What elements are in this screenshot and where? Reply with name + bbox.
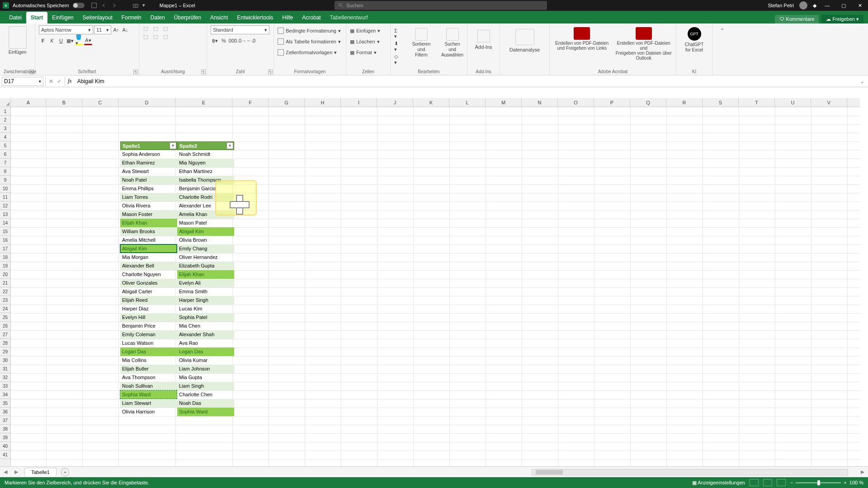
table-cell[interactable]: Lucas Watson — [120, 339, 177, 347]
table-cell[interactable]: Emily Coleman — [120, 330, 177, 339]
table-cell[interactable]: Elijah Khan — [120, 219, 177, 227]
row-header-13[interactable]: 13 — [0, 210, 10, 219]
table-cell[interactable]: Ava Stewart — [120, 167, 177, 176]
align-right-icon[interactable]: ⬚ — [163, 33, 172, 41]
diamond-icon[interactable]: ◆ — [813, 3, 816, 9]
table-row[interactable]: Noah PatelIsabella Thompson — [120, 176, 234, 184]
table-cell[interactable]: Noah Schmidt — [177, 150, 234, 159]
table-cell[interactable]: Liam Torres — [120, 193, 177, 202]
format-cells-button[interactable]: ▦ Format ▾ — [350, 47, 387, 58]
decrease-font-icon[interactable]: A↓ — [121, 25, 129, 34]
worksheet-grid[interactable]: ABCDEFGHIJKLMNOPQRSTUV 12345678910111213… — [0, 98, 868, 466]
table-cell[interactable]: Logan Das — [177, 347, 234, 356]
table-row[interactable]: Benjamin PriceMia Chen — [120, 322, 234, 330]
tab-tabledesign[interactable]: Tabellenentwurf — [326, 12, 373, 23]
table-row[interactable]: Emma PhillipsBenjamin Garcia — [120, 184, 234, 193]
create-pdf-link-button[interactable]: Erstellen von PDF-Dateien und Freigeben … — [553, 27, 611, 61]
scroll-right-icon[interactable]: ▶ — [857, 469, 868, 475]
col-header-O[interactable]: O — [558, 98, 594, 107]
table-row[interactable]: Noah SullivanLiam Singh — [120, 382, 234, 390]
row-header-16[interactable]: 16 — [0, 236, 10, 244]
camera-icon[interactable] — [132, 2, 139, 9]
table-row[interactable]: Ava ThompsonMia Gupta — [120, 373, 234, 382]
col-header-S[interactable]: S — [703, 98, 739, 107]
table-header-1[interactable]: Spalte1▼ — [120, 141, 177, 150]
display-settings-button[interactable]: ▦ Anzeigeeinstellungen — [692, 480, 745, 486]
chatgpt-button[interactable]: GPT ChatGPT for Excel — [680, 27, 708, 52]
fx-icon[interactable]: fx — [68, 78, 72, 84]
table-row[interactable]: William BrooksAbigail Kim — [120, 227, 234, 236]
enter-formula-icon[interactable]: ✓ — [56, 78, 63, 84]
close-button[interactable]: ✕ — [854, 3, 865, 9]
row-header-25[interactable]: 25 — [0, 313, 10, 322]
clear-button[interactable]: ◇ ▾ — [394, 54, 401, 66]
row-header-21[interactable]: 21 — [0, 279, 10, 287]
table-cell[interactable]: Ethan Martinez — [177, 167, 234, 176]
table-cell[interactable]: Olivia Kumar — [177, 356, 234, 365]
expand-formula-icon[interactable]: ⌄ — [856, 78, 868, 84]
row-header-18[interactable]: 18 — [0, 253, 10, 262]
tab-formulas[interactable]: Formeln — [117, 12, 146, 23]
table-cell[interactable]: Sophia Patel — [177, 313, 234, 322]
table-cell[interactable]: Oliver Gonzales — [120, 279, 177, 287]
table-cell[interactable]: Noah Sullivan — [120, 382, 177, 390]
tab-insert[interactable]: Einfügen — [47, 12, 78, 23]
row-header-8[interactable]: 8 — [0, 167, 10, 176]
row-header-9[interactable]: 9 — [0, 176, 10, 184]
cell-styles-button[interactable]: Zellenformatvorlagen ▾ — [278, 47, 342, 58]
row-header-7[interactable]: 7 — [0, 159, 10, 167]
table-row[interactable]: Ethan RamirezMia Nguyen — [120, 159, 234, 167]
search-box[interactable]: Suchen — [335, 1, 547, 10]
table-row[interactable]: Mason FosterAmelia Khan — [120, 210, 234, 219]
col-header-B[interactable]: B — [46, 98, 82, 107]
row-header-23[interactable]: 23 — [0, 296, 10, 305]
table-cell[interactable]: Mason Patel — [177, 219, 234, 227]
table-cell[interactable]: Elijah Reed — [120, 296, 177, 305]
autosave-toggle[interactable] — [73, 3, 85, 8]
row-header-27[interactable]: 27 — [0, 330, 10, 339]
table-cell[interactable]: Alexander Bell — [120, 262, 177, 270]
row-header-5[interactable]: 5 — [0, 141, 10, 150]
italic-button[interactable]: K — [48, 36, 56, 45]
select-all-corner[interactable] — [0, 98, 11, 107]
increase-font-icon[interactable]: A↑ — [112, 25, 120, 34]
tab-help[interactable]: Hilfe — [278, 12, 297, 23]
sheet-nav-next-icon[interactable]: ▶ — [11, 469, 22, 475]
row-header-33[interactable]: 33 — [0, 382, 10, 390]
conditional-format-button[interactable]: Bedingte Formatierung ▾ — [278, 25, 342, 36]
row-header-31[interactable]: 31 — [0, 365, 10, 373]
row-header-29[interactable]: 29 — [0, 347, 10, 356]
row-header-15[interactable]: 15 — [0, 227, 10, 236]
bold-button[interactable]: F — [39, 36, 47, 45]
table-cell[interactable]: Mia Gupta — [177, 373, 234, 382]
table-row[interactable]: Abigail CarterEmma Smith — [120, 287, 234, 296]
table-cell[interactable]: Harper Diaz — [120, 305, 177, 313]
row-header-12[interactable]: 12 — [0, 202, 10, 210]
table-row[interactable]: Elijah ButlerLiam Johnson — [120, 365, 234, 373]
table-row[interactable]: Liam StewartNoah Das — [120, 399, 234, 408]
row-header-11[interactable]: 11 — [0, 193, 10, 202]
create-pdf-outlook-button[interactable]: Erstellen von PDF-Dateien und Freigeben … — [615, 27, 673, 61]
row-header-4[interactable]: 4 — [0, 133, 10, 141]
row-header-41[interactable]: 41 — [0, 450, 10, 459]
tab-acrobat[interactable]: Acrobat — [297, 12, 325, 23]
font-size-combo[interactable]: 11▾ — [94, 25, 111, 34]
table-cell[interactable]: Charlotte Rodri — [177, 193, 234, 202]
currency-icon[interactable]: ฿▾ — [211, 36, 219, 45]
align-bottom-icon[interactable]: ⬚ — [163, 25, 172, 33]
table-cell[interactable]: Lucas Kim — [177, 305, 234, 313]
row-header-40[interactable]: 40 — [0, 442, 10, 450]
table-cell[interactable]: Abigail Carter — [120, 287, 177, 296]
insert-cells-button[interactable]: ▦ Einfügen ▾ — [350, 25, 387, 36]
table-cell[interactable]: Emma Phillips — [120, 184, 177, 193]
sheet-nav-prev-icon[interactable]: ◀ — [0, 469, 11, 475]
table-row[interactable]: Alexander BellElizabeth Gupta — [120, 262, 234, 270]
row-header-3[interactable]: 3 — [0, 124, 10, 133]
align-top-icon[interactable]: ⬚ — [143, 25, 152, 33]
share-button[interactable]: ☁ Freigeben ▾ — [821, 15, 863, 23]
delete-cells-button[interactable]: ▦ Löschen ▾ — [350, 36, 387, 47]
row-header-22[interactable]: 22 — [0, 287, 10, 296]
row-header-39[interactable]: 39 — [0, 433, 10, 442]
row-header-35[interactable]: 35 — [0, 399, 10, 408]
row-headers[interactable]: 1234567891011121314151617181920212223242… — [0, 107, 11, 466]
